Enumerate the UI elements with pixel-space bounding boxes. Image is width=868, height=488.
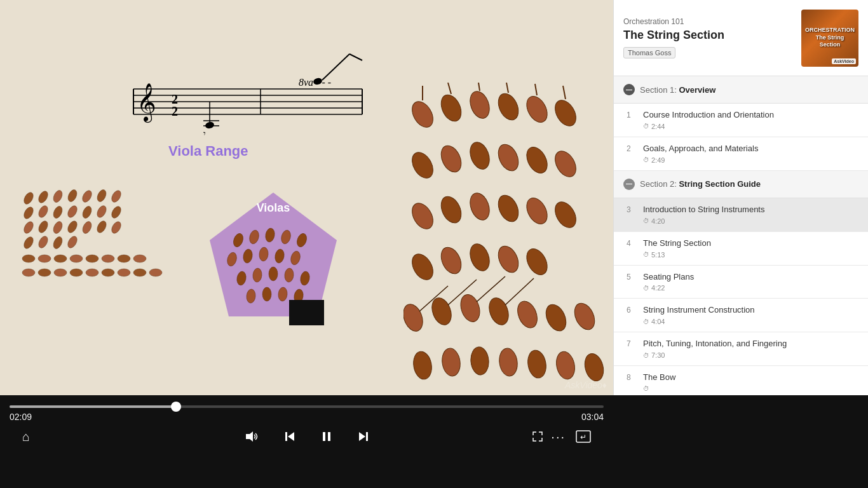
svg-point-37 <box>66 219 79 234</box>
watermark: AskVideo♦ <box>565 380 607 390</box>
item-duration-3: ⏱ 4:20 <box>643 217 858 225</box>
svg-point-121 <box>542 301 570 334</box>
item-details-6: String Instrument Construction ⏱ 4:04 <box>643 305 858 325</box>
svg-point-109 <box>466 241 492 274</box>
section-2-header[interactable]: Section 2: String Section Guide <box>614 171 868 198</box>
svg-point-43 <box>51 235 64 250</box>
course-item-4[interactable]: 4 The String Section ⏱ 5:13 <box>614 232 868 266</box>
video-container: 𝄞 2 2 8va - - - 𝄾 V <box>0 0 613 395</box>
prev-button[interactable] <box>271 431 308 442</box>
svg-point-76 <box>269 267 278 281</box>
svg-point-51 <box>118 255 130 262</box>
item-details-8: The Bow ⏱ <box>643 372 858 392</box>
progress-area[interactable] <box>0 395 613 408</box>
course-item-6[interactable]: 6 String Instrument Construction ⏱ 4:04 <box>614 299 868 332</box>
enter-button[interactable]: ↵ <box>563 430 604 443</box>
svg-point-105 <box>522 194 551 227</box>
clock-icon-7: ⏱ <box>643 352 649 359</box>
course-item-2[interactable]: 2 Goals, Approach, and Materials ⏱ 2:49 <box>614 137 868 171</box>
svg-point-22 <box>51 189 64 203</box>
sidebar-bottom <box>613 395 868 488</box>
svg-point-28 <box>37 204 50 219</box>
svg-line-14 <box>349 54 362 60</box>
course-item-8[interactable]: 8 The Bow ⏱ <box>614 366 868 395</box>
svg-text:𝄾: 𝄾 <box>203 132 206 135</box>
next-button[interactable] <box>345 431 382 442</box>
item-time-3: 4:20 <box>651 217 665 225</box>
clock-icon-2: ⏱ <box>643 156 649 163</box>
clock-icon-1: ⏱ <box>643 123 649 130</box>
svg-point-85 <box>437 92 465 125</box>
thumbnail-title: ORCHESTRATIONThe StringSection <box>803 24 857 51</box>
svg-point-41 <box>22 235 35 250</box>
violin-section-left <box>19 189 172 290</box>
svg-point-126 <box>498 347 519 377</box>
pause-button[interactable] <box>308 431 345 442</box>
svg-point-108 <box>437 244 465 277</box>
section-2-label: Section 2: String Section Guide <box>640 179 761 189</box>
svg-rect-136 <box>366 432 368 441</box>
item-number-8: 8 <box>627 373 638 382</box>
author-badge: Thomas Goss <box>623 47 675 58</box>
svg-point-125 <box>470 346 490 376</box>
course-item-5[interactable]: 5 Seating Plans ⏱ 4:22 <box>614 266 868 299</box>
item-title-1: Course Introduction and Orientation <box>643 110 858 121</box>
section-2-collapse-icon[interactable] <box>623 179 635 190</box>
svg-point-27 <box>22 205 35 220</box>
thumbnail-brand: AskVideo <box>832 58 856 64</box>
item-title-8: The Bow <box>643 372 858 383</box>
svg-line-86 <box>448 83 451 94</box>
svg-point-95 <box>408 149 437 182</box>
controls-row: ⌂ <box>0 426 613 447</box>
svg-text:Violas: Violas <box>257 201 290 214</box>
svg-point-110 <box>494 243 522 276</box>
svg-point-107 <box>408 250 437 283</box>
svg-text:𝄞: 𝄞 <box>137 83 156 123</box>
svg-line-94 <box>563 86 566 99</box>
progress-fill <box>10 405 176 408</box>
svg-marker-135 <box>359 432 365 441</box>
svg-point-33 <box>110 205 123 219</box>
svg-point-32 <box>95 204 108 219</box>
progress-thumb[interactable] <box>171 402 181 412</box>
svg-point-57 <box>86 269 98 276</box>
svg-point-116 <box>458 292 483 324</box>
svg-point-112 <box>403 302 426 334</box>
item-duration-2: ⏱ 2:49 <box>643 156 858 164</box>
item-duration-7: ⏱ 7:30 <box>643 351 858 359</box>
svg-rect-133 <box>323 432 325 441</box>
item-title-4: The String Section <box>643 238 858 249</box>
item-details-5: Seating Plans ⏱ 4:22 <box>643 272 858 292</box>
svg-point-87 <box>466 89 492 121</box>
svg-point-29 <box>51 205 64 219</box>
svg-point-83 <box>408 98 437 131</box>
svg-point-15 <box>205 121 215 129</box>
item-duration-1: ⏱ 2:44 <box>643 123 858 130</box>
course-item-3[interactable]: 3 Introduction to String Instruments ⏱ 4… <box>614 198 868 232</box>
course-item-7[interactable]: 7 Pitch, Tuning, Intonation, and Fingeri… <box>614 332 868 366</box>
progress-bar[interactable] <box>10 405 604 408</box>
volume-button[interactable] <box>232 431 271 442</box>
svg-point-45 <box>22 255 35 262</box>
svg-point-24 <box>81 189 93 203</box>
course-item-1[interactable]: 1 Course Introduction and Orientation ⏱ … <box>614 104 868 137</box>
section-1-collapse-icon[interactable] <box>623 84 635 95</box>
svg-text:2: 2 <box>172 104 178 118</box>
svg-point-96 <box>437 142 465 175</box>
clock-icon-3: ⏱ <box>643 217 649 224</box>
svg-point-50 <box>102 255 114 262</box>
svg-point-122 <box>571 300 599 333</box>
svg-point-106 <box>551 198 580 231</box>
item-title-7: Pitch, Tuning, Intonation, and Fingering <box>643 339 858 349</box>
svg-rect-132 <box>285 432 287 441</box>
item-number-3: 3 <box>627 205 638 214</box>
svg-point-46 <box>38 255 51 262</box>
section-1-header[interactable]: Section 1: Overview <box>614 76 868 104</box>
item-duration-6: ⏱ 4:04 <box>643 318 858 325</box>
svg-point-48 <box>70 255 83 262</box>
item-details-4: The String Section ⏱ 5:13 <box>643 238 858 259</box>
svg-point-129 <box>582 351 606 383</box>
home-button[interactable]: ⌂ <box>10 430 43 444</box>
clock-icon-4: ⏱ <box>643 251 649 258</box>
svg-point-44 <box>66 234 79 249</box>
